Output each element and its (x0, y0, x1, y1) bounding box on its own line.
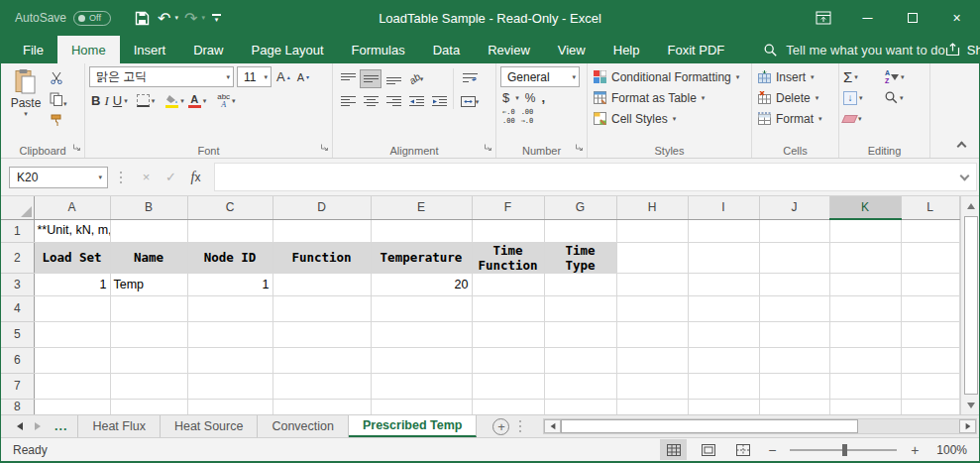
previous-sheet-button[interactable] (17, 422, 23, 430)
cell-B6[interactable] (110, 347, 187, 373)
cell-B8[interactable] (110, 399, 187, 414)
cell-G5[interactable] (544, 321, 616, 347)
cell-B4[interactable] (110, 295, 187, 321)
cell-H2[interactable] (616, 242, 688, 273)
ribbon-tab-review[interactable]: Review (474, 36, 544, 63)
cell-I5[interactable] (688, 321, 759, 347)
scroll-right-button[interactable] (959, 419, 976, 433)
paste-dropdown[interactable]: ▾ (24, 110, 28, 118)
customize-qat-button[interactable]: ▾ (207, 14, 226, 22)
cell-L2[interactable] (901, 242, 959, 273)
cell-D8[interactable] (272, 399, 371, 414)
format-painter-button[interactable] (50, 114, 67, 130)
scroll-down-button[interactable] (961, 396, 980, 414)
insert-cells-dropdown[interactable]: ▾ (811, 73, 815, 81)
vertical-scroll-thumb[interactable] (964, 216, 978, 395)
cell-H1[interactable] (616, 219, 688, 242)
cell-F6[interactable] (472, 347, 544, 373)
cell-styles-dropdown[interactable]: ▾ (673, 115, 677, 123)
cell-J1[interactable] (759, 219, 829, 242)
cell-L3[interactable] (901, 273, 959, 295)
sheet-tab-convection[interactable]: Convection (258, 415, 349, 437)
column-header-I[interactable]: I (688, 196, 759, 219)
row-header-7[interactable]: 7 (1, 373, 34, 399)
increase-font-size-button[interactable]: A▴ (274, 67, 292, 86)
cell-L5[interactable] (901, 321, 959, 347)
cell-H5[interactable] (616, 321, 688, 347)
ribbon-tab-view[interactable]: View (544, 36, 599, 63)
cell-C5[interactable] (187, 321, 272, 347)
autosum-dropdown[interactable]: ▾ (854, 73, 858, 81)
decrease-font-size-button[interactable]: A▾ (295, 67, 311, 86)
name-box[interactable]: K20 ▾ (9, 167, 108, 188)
column-header-K[interactable]: K (829, 196, 901, 219)
cell-A1[interactable]: **Unit, kN, m, J, sec (34, 219, 110, 242)
row-header-6[interactable]: 6 (1, 347, 34, 373)
font-name-dropdown[interactable]: ▾ (226, 73, 230, 81)
middle-align-button[interactable] (360, 69, 381, 88)
cell-G8[interactable] (544, 399, 616, 414)
font-size-select[interactable]: 11 ▾ (237, 66, 272, 87)
horizontal-scroll-thumb[interactable] (561, 419, 858, 433)
redo-button[interactable]: ↷ (180, 5, 201, 31)
increase-decimal-button[interactable]: ←.0 .00 (502, 108, 515, 126)
sheet-tab-heat-source[interactable]: Heat Source (161, 415, 258, 437)
cell-I4[interactable] (688, 295, 759, 321)
font-name-select[interactable]: 맑은 고딕 ▾ (89, 66, 234, 87)
cell-K6[interactable] (829, 347, 901, 373)
cell-B2[interactable]: Name (110, 242, 187, 273)
expand-formula-bar-icon[interactable] (960, 171, 970, 180)
zoom-slider[interactable] (790, 449, 897, 451)
conditional-formatting-dropdown[interactable]: ▾ (736, 73, 740, 81)
format-cells-button[interactable]: Format▾ (756, 108, 835, 129)
sheet-tab-heat-flux[interactable]: Heat Flux (77, 415, 161, 437)
tell-me-search[interactable]: Tell me what you want to do (764, 36, 944, 63)
cell-D1[interactable] (272, 219, 371, 242)
cell-J2[interactable] (759, 242, 829, 273)
sort-filter-button[interactable]: AZ▾ (885, 66, 926, 87)
align-left-button[interactable] (337, 92, 359, 111)
orientation-button[interactable]: ab▾ (405, 69, 427, 88)
cell-G1[interactable] (544, 219, 616, 242)
number-dialog-launcher[interactable] (575, 141, 584, 155)
ribbon-tab-home[interactable]: Home (57, 36, 120, 63)
fill-dropdown[interactable]: ▾ (859, 94, 863, 102)
ribbon-tab-draw[interactable]: Draw (179, 36, 237, 63)
zoom-in-button[interactable]: + (907, 442, 923, 458)
copy-button[interactable]: ▾ (50, 92, 67, 109)
zoom-slider-thumb[interactable] (842, 444, 847, 456)
sort-filter-dropdown[interactable]: ▾ (901, 73, 905, 81)
fill-color-dropdown[interactable]: ▾ (180, 97, 184, 105)
merge-center-dropdown[interactable]: ▾ (476, 98, 480, 106)
phonetic-dropdown[interactable]: ▾ (232, 97, 236, 105)
enter-button[interactable]: ✓ (159, 170, 183, 184)
fill-color-button[interactable]: ▾ (163, 91, 186, 110)
row-header-4[interactable]: 4 (1, 295, 34, 321)
decrease-decimal-button[interactable]: .00 →.0 (521, 108, 534, 126)
format-as-table-button[interactable]: Format as Table▾ (592, 87, 748, 108)
sheet-tab-prescribed-temp[interactable]: Prescribed Temp (349, 415, 478, 437)
cell-F4[interactable] (472, 295, 544, 321)
cell-E1[interactable] (371, 219, 472, 242)
merge-center-button[interactable]: ▾ (459, 92, 481, 111)
delete-cells-button[interactable]: Delete▾ (756, 87, 835, 108)
cell-L1[interactable] (901, 219, 959, 242)
cell-D2[interactable]: Function (272, 242, 371, 273)
cell-C2[interactable]: Node ID (187, 242, 272, 273)
cell-K8[interactable] (829, 399, 901, 414)
row-header-2[interactable]: 2 (1, 242, 34, 273)
align-right-button[interactable] (382, 92, 404, 111)
font-color-dropdown[interactable]: ▾ (203, 97, 207, 105)
cell-L8[interactable] (901, 399, 959, 414)
borders-button[interactable]: ▾ (135, 91, 158, 110)
fill-button[interactable]: ↓▾ (843, 87, 885, 108)
paste-button[interactable]: Paste ▾ (5, 66, 47, 130)
format-cells-dropdown[interactable]: ▾ (818, 115, 822, 123)
cell-G6[interactable] (544, 347, 616, 373)
alignment-dialog-launcher[interactable] (484, 141, 492, 155)
column-header-G[interactable]: G (544, 196, 616, 219)
cell-J8[interactable] (759, 399, 829, 414)
new-sheet-button[interactable]: + (492, 418, 509, 435)
cell-I2[interactable] (688, 242, 759, 273)
collapse-ribbon-button[interactable] (957, 142, 967, 152)
